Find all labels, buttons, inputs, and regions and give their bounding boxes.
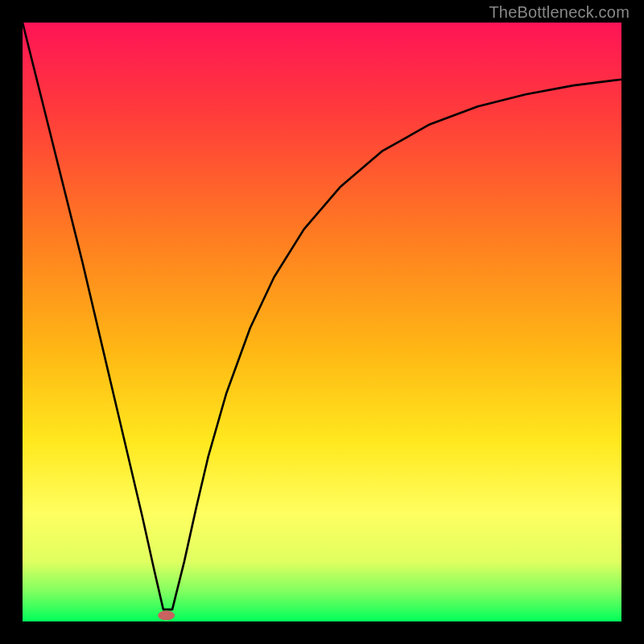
curve-layer [23,23,621,621]
chart-frame: TheBottleneck.com [0,0,644,644]
plot-area [23,23,621,621]
bottleneck-curve [23,23,621,609]
optimum-marker-icon [158,611,175,621]
watermark-text: TheBottleneck.com [489,3,630,22]
